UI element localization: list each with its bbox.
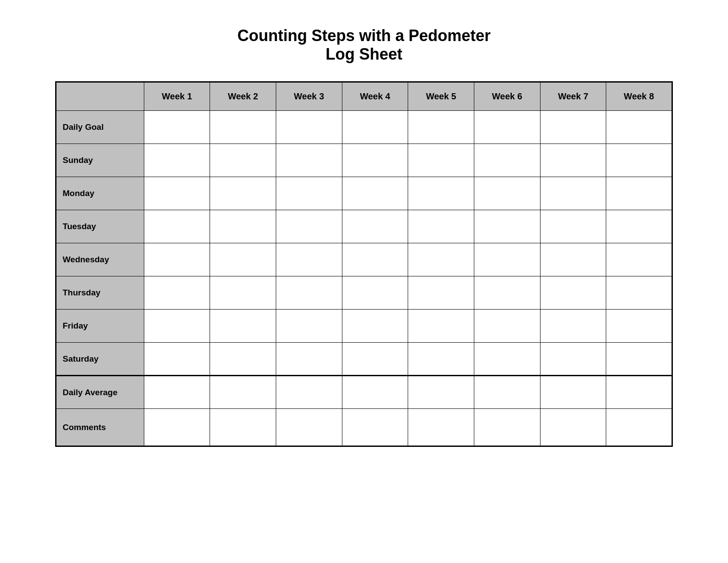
cell-saturday-w3[interactable] xyxy=(276,343,342,376)
cell-daily-average-w3[interactable] xyxy=(276,376,342,409)
cell-daily-goal-w6[interactable] xyxy=(474,111,540,144)
row-tuesday: Tuesday xyxy=(56,210,672,243)
cell-monday-w7[interactable] xyxy=(540,177,606,210)
cell-daily-average-w4[interactable] xyxy=(342,376,408,409)
label-monday: Monday xyxy=(56,177,144,210)
cell-monday-w6[interactable] xyxy=(474,177,540,210)
log-table: Week 1 Week 2 Week 3 Week 4 Week 5 Week … xyxy=(55,81,673,447)
cell-monday-w1[interactable] xyxy=(144,177,210,210)
cell-thursday-w7[interactable] xyxy=(540,276,606,310)
cell-friday-w7[interactable] xyxy=(540,310,606,343)
label-daily-goal: Daily Goal xyxy=(56,111,144,144)
cell-thursday-w4[interactable] xyxy=(342,276,408,310)
cell-wednesday-w4[interactable] xyxy=(342,243,408,276)
label-friday: Friday xyxy=(56,310,144,343)
cell-daily-average-w1[interactable] xyxy=(144,376,210,409)
cell-thursday-w5[interactable] xyxy=(408,276,474,310)
cell-comments-w7[interactable] xyxy=(540,409,606,446)
main-title: Counting Steps with a Pedometer xyxy=(237,26,491,45)
cell-friday-w1[interactable] xyxy=(144,310,210,343)
cell-wednesday-w2[interactable] xyxy=(210,243,276,276)
cell-daily-goal-w3[interactable] xyxy=(276,111,342,144)
cell-wednesday-w5[interactable] xyxy=(408,243,474,276)
cell-sunday-w4[interactable] xyxy=(342,144,408,177)
cell-comments-w4[interactable] xyxy=(342,409,408,446)
header-week-4: Week 4 xyxy=(342,82,408,111)
header-week-6: Week 6 xyxy=(474,82,540,111)
cell-tuesday-w7[interactable] xyxy=(540,210,606,243)
row-daily-average: Daily Average xyxy=(56,376,672,409)
cell-thursday-w6[interactable] xyxy=(474,276,540,310)
cell-sunday-w6[interactable] xyxy=(474,144,540,177)
cell-sunday-w5[interactable] xyxy=(408,144,474,177)
cell-wednesday-w1[interactable] xyxy=(144,243,210,276)
cell-comments-w2[interactable] xyxy=(210,409,276,446)
cell-thursday-w3[interactable] xyxy=(276,276,342,310)
row-sunday: Sunday xyxy=(56,144,672,177)
cell-monday-w4[interactable] xyxy=(342,177,408,210)
label-thursday: Thursday xyxy=(56,276,144,310)
row-monday: Monday xyxy=(56,177,672,210)
cell-daily-goal-w7[interactable] xyxy=(540,111,606,144)
cell-comments-w8[interactable] xyxy=(606,409,672,446)
cell-friday-w4[interactable] xyxy=(342,310,408,343)
cell-saturday-w7[interactable] xyxy=(540,343,606,376)
cell-tuesday-w2[interactable] xyxy=(210,210,276,243)
cell-daily-average-w6[interactable] xyxy=(474,376,540,409)
cell-daily-average-w5[interactable] xyxy=(408,376,474,409)
cell-wednesday-w6[interactable] xyxy=(474,243,540,276)
page-title: Counting Steps with a Pedometer Log Shee… xyxy=(237,26,491,64)
cell-saturday-w1[interactable] xyxy=(144,343,210,376)
cell-tuesday-w8[interactable] xyxy=(606,210,672,243)
cell-daily-goal-w8[interactable] xyxy=(606,111,672,144)
cell-saturday-w6[interactable] xyxy=(474,343,540,376)
label-daily-average: Daily Average xyxy=(56,376,144,409)
header-week-3: Week 3 xyxy=(276,82,342,111)
cell-tuesday-w6[interactable] xyxy=(474,210,540,243)
cell-saturday-w2[interactable] xyxy=(210,343,276,376)
cell-daily-average-w7[interactable] xyxy=(540,376,606,409)
cell-tuesday-w5[interactable] xyxy=(408,210,474,243)
cell-daily-goal-w2[interactable] xyxy=(210,111,276,144)
cell-tuesday-w3[interactable] xyxy=(276,210,342,243)
cell-saturday-w8[interactable] xyxy=(606,343,672,376)
cell-sunday-w1[interactable] xyxy=(144,144,210,177)
cell-monday-w2[interactable] xyxy=(210,177,276,210)
cell-thursday-w8[interactable] xyxy=(606,276,672,310)
cell-sunday-w2[interactable] xyxy=(210,144,276,177)
cell-saturday-w4[interactable] xyxy=(342,343,408,376)
cell-saturday-w5[interactable] xyxy=(408,343,474,376)
row-saturday: Saturday xyxy=(56,343,672,376)
cell-sunday-w3[interactable] xyxy=(276,144,342,177)
cell-wednesday-w7[interactable] xyxy=(540,243,606,276)
cell-comments-w3[interactable] xyxy=(276,409,342,446)
cell-wednesday-w8[interactable] xyxy=(606,243,672,276)
cell-thursday-w1[interactable] xyxy=(144,276,210,310)
cell-friday-w5[interactable] xyxy=(408,310,474,343)
cell-monday-w3[interactable] xyxy=(276,177,342,210)
cell-friday-w6[interactable] xyxy=(474,310,540,343)
row-thursday: Thursday xyxy=(56,276,672,310)
cell-tuesday-w1[interactable] xyxy=(144,210,210,243)
cell-daily-average-w2[interactable] xyxy=(210,376,276,409)
cell-daily-goal-w5[interactable] xyxy=(408,111,474,144)
cell-monday-w5[interactable] xyxy=(408,177,474,210)
cell-daily-average-w8[interactable] xyxy=(606,376,672,409)
cell-sunday-w8[interactable] xyxy=(606,144,672,177)
cell-daily-goal-w4[interactable] xyxy=(342,111,408,144)
row-daily-goal: Daily Goal xyxy=(56,111,672,144)
cell-friday-w8[interactable] xyxy=(606,310,672,343)
cell-friday-w2[interactable] xyxy=(210,310,276,343)
cell-comments-w5[interactable] xyxy=(408,409,474,446)
cell-comments-w1[interactable] xyxy=(144,409,210,446)
label-sunday: Sunday xyxy=(56,144,144,177)
cell-wednesday-w3[interactable] xyxy=(276,243,342,276)
cell-tuesday-w4[interactable] xyxy=(342,210,408,243)
cell-daily-goal-w1[interactable] xyxy=(144,111,210,144)
sub-title: Log Sheet xyxy=(237,45,491,64)
cell-thursday-w2[interactable] xyxy=(210,276,276,310)
cell-friday-w3[interactable] xyxy=(276,310,342,343)
cell-comments-w6[interactable] xyxy=(474,409,540,446)
cell-sunday-w7[interactable] xyxy=(540,144,606,177)
cell-monday-w8[interactable] xyxy=(606,177,672,210)
